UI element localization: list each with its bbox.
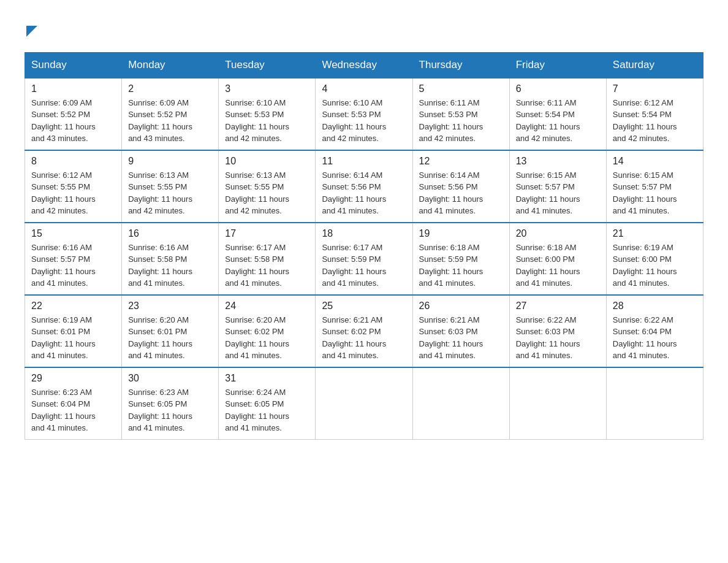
day-number: 20 <box>516 228 600 239</box>
day-number: 3 <box>225 83 309 94</box>
day-number: 22 <box>31 301 115 312</box>
day-info: Sunrise: 6:17 AM Sunset: 5:59 PM Dayligh… <box>322 242 406 289</box>
day-number: 27 <box>516 301 600 312</box>
day-info: Sunrise: 6:14 AM Sunset: 5:56 PM Dayligh… <box>322 169 406 217</box>
day-info: Sunrise: 6:15 AM Sunset: 5:57 PM Dayligh… <box>613 169 697 217</box>
day-number: 25 <box>322 301 406 312</box>
calendar-day-cell: 21 Sunrise: 6:19 AM Sunset: 6:00 PM Dayl… <box>606 223 703 295</box>
calendar-day-cell: 5 Sunrise: 6:11 AM Sunset: 5:53 PM Dayli… <box>412 78 509 150</box>
calendar-day-cell: 7 Sunrise: 6:12 AM Sunset: 5:54 PM Dayli… <box>606 78 703 150</box>
weekday-header-saturday: Saturday <box>606 52 703 78</box>
weekday-header-thursday: Thursday <box>412 52 509 78</box>
calendar-empty-cell <box>509 367 606 440</box>
calendar-day-cell: 31 Sunrise: 6:24 AM Sunset: 6:05 PM Dayl… <box>219 367 316 440</box>
calendar-day-cell: 3 Sunrise: 6:10 AM Sunset: 5:53 PM Dayli… <box>219 78 316 150</box>
calendar-header-row: SundayMondayTuesdayWednesdayThursdayFrid… <box>25 52 703 78</box>
day-info: Sunrise: 6:12 AM Sunset: 5:54 PM Dayligh… <box>613 97 697 145</box>
logo-general-line <box>25 18 37 40</box>
calendar-day-cell: 6 Sunrise: 6:11 AM Sunset: 5:54 PM Dayli… <box>509 78 606 150</box>
calendar-day-cell: 23 Sunrise: 6:20 AM Sunset: 6:01 PM Dayl… <box>122 295 219 367</box>
calendar-empty-cell <box>316 367 412 440</box>
day-number: 12 <box>419 156 503 167</box>
calendar-day-cell: 12 Sunrise: 6:14 AM Sunset: 5:56 PM Dayl… <box>412 150 509 223</box>
day-number: 21 <box>613 228 697 239</box>
day-info: Sunrise: 6:22 AM Sunset: 6:04 PM Dayligh… <box>613 314 697 362</box>
page-header <box>25 18 703 40</box>
calendar-day-cell: 16 Sunrise: 6:16 AM Sunset: 5:58 PM Dayl… <box>122 223 219 295</box>
calendar-day-cell: 18 Sunrise: 6:17 AM Sunset: 5:59 PM Dayl… <box>316 223 412 295</box>
day-info: Sunrise: 6:23 AM Sunset: 6:05 PM Dayligh… <box>128 386 212 434</box>
calendar-day-cell: 14 Sunrise: 6:15 AM Sunset: 5:57 PM Dayl… <box>606 150 703 223</box>
calendar-day-cell: 26 Sunrise: 6:21 AM Sunset: 6:03 PM Dayl… <box>412 295 509 367</box>
day-number: 19 <box>419 228 503 239</box>
weekday-header-friday: Friday <box>509 52 606 78</box>
day-info: Sunrise: 6:20 AM Sunset: 6:01 PM Dayligh… <box>128 314 212 362</box>
day-info: Sunrise: 6:16 AM Sunset: 5:58 PM Dayligh… <box>128 242 212 289</box>
day-number: 15 <box>31 228 115 239</box>
day-info: Sunrise: 6:21 AM Sunset: 6:03 PM Dayligh… <box>419 314 503 362</box>
calendar-day-cell: 2 Sunrise: 6:09 AM Sunset: 5:52 PM Dayli… <box>122 78 219 150</box>
weekday-header-tuesday: Tuesday <box>219 52 316 78</box>
calendar-week-row: 22 Sunrise: 6:19 AM Sunset: 6:01 PM Dayl… <box>25 295 703 367</box>
calendar-day-cell: 13 Sunrise: 6:15 AM Sunset: 5:57 PM Dayl… <box>509 150 606 223</box>
calendar-empty-cell <box>606 367 703 440</box>
logo-arrow-icon <box>26 26 37 39</box>
day-number: 28 <box>613 301 697 312</box>
day-info: Sunrise: 6:12 AM Sunset: 5:55 PM Dayligh… <box>31 169 115 217</box>
day-number: 14 <box>613 156 697 167</box>
day-info: Sunrise: 6:10 AM Sunset: 5:53 PM Dayligh… <box>225 97 309 145</box>
day-number: 31 <box>225 373 309 384</box>
calendar-day-cell: 10 Sunrise: 6:13 AM Sunset: 5:55 PM Dayl… <box>219 150 316 223</box>
calendar-day-cell: 22 Sunrise: 6:19 AM Sunset: 6:01 PM Dayl… <box>25 295 122 367</box>
calendar-day-cell: 24 Sunrise: 6:20 AM Sunset: 6:02 PM Dayl… <box>219 295 316 367</box>
day-info: Sunrise: 6:21 AM Sunset: 6:02 PM Dayligh… <box>322 314 406 362</box>
day-number: 1 <box>31 83 115 94</box>
weekday-header-wednesday: Wednesday <box>316 52 412 78</box>
calendar-day-cell: 15 Sunrise: 6:16 AM Sunset: 5:57 PM Dayl… <box>25 223 122 295</box>
day-number: 26 <box>419 301 503 312</box>
day-info: Sunrise: 6:16 AM Sunset: 5:57 PM Dayligh… <box>31 242 115 289</box>
day-number: 17 <box>225 228 309 239</box>
weekday-header-monday: Monday <box>122 52 219 78</box>
day-number: 18 <box>322 228 406 239</box>
calendar-day-cell: 27 Sunrise: 6:22 AM Sunset: 6:03 PM Dayl… <box>509 295 606 367</box>
day-number: 10 <box>225 156 309 167</box>
day-info: Sunrise: 6:11 AM Sunset: 5:53 PM Dayligh… <box>419 97 503 145</box>
calendar-day-cell: 11 Sunrise: 6:14 AM Sunset: 5:56 PM Dayl… <box>316 150 412 223</box>
calendar-week-row: 8 Sunrise: 6:12 AM Sunset: 5:55 PM Dayli… <box>25 150 703 223</box>
day-info: Sunrise: 6:13 AM Sunset: 5:55 PM Dayligh… <box>128 169 212 217</box>
calendar-day-cell: 17 Sunrise: 6:17 AM Sunset: 5:58 PM Dayl… <box>219 223 316 295</box>
weekday-header-sunday: Sunday <box>25 52 122 78</box>
calendar-day-cell: 29 Sunrise: 6:23 AM Sunset: 6:04 PM Dayl… <box>25 367 122 440</box>
day-number: 30 <box>128 373 212 384</box>
day-info: Sunrise: 6:23 AM Sunset: 6:04 PM Dayligh… <box>31 386 115 434</box>
day-number: 8 <box>31 156 115 167</box>
day-info: Sunrise: 6:18 AM Sunset: 6:00 PM Dayligh… <box>516 242 600 289</box>
day-info: Sunrise: 6:17 AM Sunset: 5:58 PM Dayligh… <box>225 242 309 289</box>
calendar-week-row: 1 Sunrise: 6:09 AM Sunset: 5:52 PM Dayli… <box>25 78 703 150</box>
day-info: Sunrise: 6:20 AM Sunset: 6:02 PM Dayligh… <box>225 314 309 362</box>
day-info: Sunrise: 6:24 AM Sunset: 6:05 PM Dayligh… <box>225 386 309 434</box>
day-info: Sunrise: 6:11 AM Sunset: 5:54 PM Dayligh… <box>516 97 600 145</box>
day-info: Sunrise: 6:18 AM Sunset: 5:59 PM Dayligh… <box>419 242 503 289</box>
day-info: Sunrise: 6:15 AM Sunset: 5:57 PM Dayligh… <box>516 169 600 217</box>
day-number: 6 <box>516 83 600 94</box>
day-number: 16 <box>128 228 212 239</box>
svg-marker-0 <box>26 26 37 37</box>
calendar-week-row: 29 Sunrise: 6:23 AM Sunset: 6:04 PM Dayl… <box>25 367 703 440</box>
day-number: 24 <box>225 301 309 312</box>
day-number: 4 <box>322 83 406 94</box>
calendar-day-cell: 28 Sunrise: 6:22 AM Sunset: 6:04 PM Dayl… <box>606 295 703 367</box>
day-number: 13 <box>516 156 600 167</box>
day-info: Sunrise: 6:19 AM Sunset: 6:00 PM Dayligh… <box>613 242 697 289</box>
day-info: Sunrise: 6:10 AM Sunset: 5:53 PM Dayligh… <box>322 97 406 145</box>
calendar-day-cell: 1 Sunrise: 6:09 AM Sunset: 5:52 PM Dayli… <box>25 78 122 150</box>
calendar-day-cell: 4 Sunrise: 6:10 AM Sunset: 5:53 PM Dayli… <box>316 78 412 150</box>
day-number: 29 <box>31 373 115 384</box>
day-number: 23 <box>128 301 212 312</box>
calendar-day-cell: 8 Sunrise: 6:12 AM Sunset: 5:55 PM Dayli… <box>25 150 122 223</box>
day-info: Sunrise: 6:22 AM Sunset: 6:03 PM Dayligh… <box>516 314 600 362</box>
day-info: Sunrise: 6:13 AM Sunset: 5:55 PM Dayligh… <box>225 169 309 217</box>
calendar-empty-cell <box>412 367 509 440</box>
calendar-day-cell: 25 Sunrise: 6:21 AM Sunset: 6:02 PM Dayl… <box>316 295 412 367</box>
